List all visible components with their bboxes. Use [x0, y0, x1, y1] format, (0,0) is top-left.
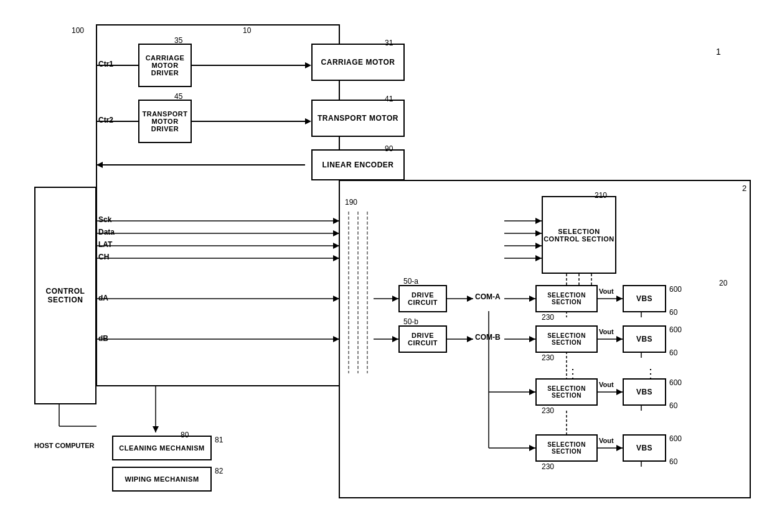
diagram: Control Section 100 Carriage Motor Drive… [0, 0, 772, 532]
drive-circuit-a-label: Drive Circuit [400, 291, 446, 306]
sck-label: Sck [98, 215, 111, 224]
svg-marker-9 [305, 118, 311, 124]
svg-marker-18 [333, 230, 339, 236]
linear-encoder-box: Linear Encoder [311, 149, 405, 180]
ch-label: CH [98, 253, 109, 261]
svg-marker-58 [616, 445, 623, 451]
vout-3-label: Vout [599, 381, 614, 388]
carriage-motor-driver-label: Carriage Motor Driver [139, 54, 191, 77]
label-50b: 50-b [403, 317, 418, 326]
svg-marker-32 [392, 296, 398, 302]
svg-marker-22 [333, 243, 339, 249]
label-2: 2 [742, 184, 746, 193]
selection-control-box: Selection Control Section [542, 196, 616, 274]
linear-encoder-label: Linear Encoder [322, 161, 393, 169]
svg-marker-30 [333, 296, 339, 302]
label-230-2: 230 [542, 353, 554, 362]
transport-motor-box: Transport Motor [311, 100, 405, 137]
transport-motor-label: Transport Motor [318, 114, 398, 123]
label-600-4: 600 [669, 434, 682, 443]
selection-section-4-label: Selection Section [537, 441, 596, 455]
transport-motor-driver-box: Transport Motor Driver [138, 100, 192, 143]
svg-rect-0 [96, 25, 339, 386]
vbs-3-box: VBS [623, 378, 666, 406]
da-label: dA [98, 294, 108, 302]
label-230-1: 230 [542, 313, 554, 322]
carriage-motor-driver-box: Carriage Motor Driver [138, 44, 192, 87]
vout-1-label: Vout [599, 287, 614, 295]
wiping-mechanism-box: Wiping Mechanism [112, 467, 212, 492]
coma-label: COM-A [475, 292, 501, 301]
label-20: 20 [719, 279, 727, 287]
vbs-4-label: VBS [636, 444, 652, 452]
control-section-box: Control Section [34, 187, 96, 404]
label-190: 190 [345, 198, 357, 207]
cleaning-mechanism-box: Cleaning Mechanism [112, 436, 212, 460]
data-label: Data [98, 228, 115, 236]
label-90: 90 [385, 144, 393, 153]
selection-section-2-label: Selection Section [537, 332, 596, 346]
vout-4-label: Vout [599, 437, 614, 444]
host-computer-label: Host Computer [34, 442, 95, 449]
label-1: 1 [716, 47, 721, 57]
drive-circuit-a-box: Drive Circuit [398, 285, 447, 312]
svg-marker-34 [333, 336, 339, 342]
carriage-motor-box: Carriage Motor [311, 44, 405, 81]
label-31: 31 [385, 39, 393, 47]
vbs-1-label: VBS [636, 294, 652, 303]
selection-section-1-label: Selection Section [537, 292, 596, 306]
label-600-3: 600 [669, 378, 682, 387]
svg-marker-20 [535, 230, 542, 236]
svg-marker-56 [616, 389, 623, 395]
label-41: 41 [385, 95, 393, 103]
label-81: 81 [215, 436, 223, 444]
svg-marker-47 [529, 336, 535, 342]
svg-marker-14 [333, 218, 339, 224]
label-600-2: 600 [669, 325, 682, 334]
svg-marker-54 [616, 336, 623, 342]
label-50a: 50-a [403, 277, 418, 286]
ellipsis-dots-2: ⋮ [644, 367, 657, 380]
vbs-4-box: VBS [623, 434, 666, 462]
label-210: 210 [595, 191, 607, 200]
label-230-4: 230 [542, 462, 554, 471]
ctr2-label: Ctr2 [98, 116, 113, 124]
selection-section-1-box: Selection Section [535, 285, 598, 312]
svg-marker-41 [467, 296, 473, 302]
svg-marker-63 [529, 445, 535, 451]
svg-marker-65 [153, 426, 159, 432]
selection-section-4-box: Selection Section [535, 434, 598, 462]
selection-section-3-box: Selection Section [535, 378, 598, 406]
svg-marker-43 [467, 336, 473, 342]
svg-marker-52 [616, 296, 623, 302]
label-230-3: 230 [542, 406, 554, 415]
label-100: 100 [72, 26, 84, 35]
transport-motor-driver-label: Transport Motor Driver [139, 110, 191, 133]
svg-marker-24 [535, 243, 542, 249]
svg-marker-36 [392, 336, 398, 342]
vout-2-label: Vout [599, 328, 614, 335]
label-35: 35 [174, 36, 182, 45]
ctr1-label: Ctr1 [98, 60, 113, 68]
vbs-3-label: VBS [636, 388, 652, 396]
label-60-4: 60 [669, 457, 677, 466]
vbs-2-box: VBS [623, 325, 666, 353]
drive-circuit-b-box: Drive Circuit [398, 325, 447, 353]
label-45: 45 [174, 92, 182, 101]
wiping-mechanism-label: Wiping Mechanism [125, 475, 199, 483]
comb-label: COM-B [475, 333, 501, 342]
label-60-1: 60 [669, 308, 677, 317]
svg-marker-28 [535, 255, 542, 261]
svg-marker-61 [529, 389, 535, 395]
vbs-2-label: VBS [636, 335, 652, 343]
cleaning-mechanism-label: Cleaning Mechanism [119, 444, 204, 452]
label-82: 82 [215, 467, 223, 475]
label-10: 10 [243, 26, 251, 35]
control-section-label: Control Section [35, 287, 95, 304]
svg-marker-7 [305, 62, 311, 68]
selection-section-3-label: Selection Section [537, 385, 596, 399]
label-60-3: 60 [669, 401, 677, 410]
drive-circuit-b-label: Drive Circuit [400, 332, 446, 347]
selection-control-label: Selection Control Section [543, 228, 615, 243]
lat-label: LAT [98, 240, 112, 249]
